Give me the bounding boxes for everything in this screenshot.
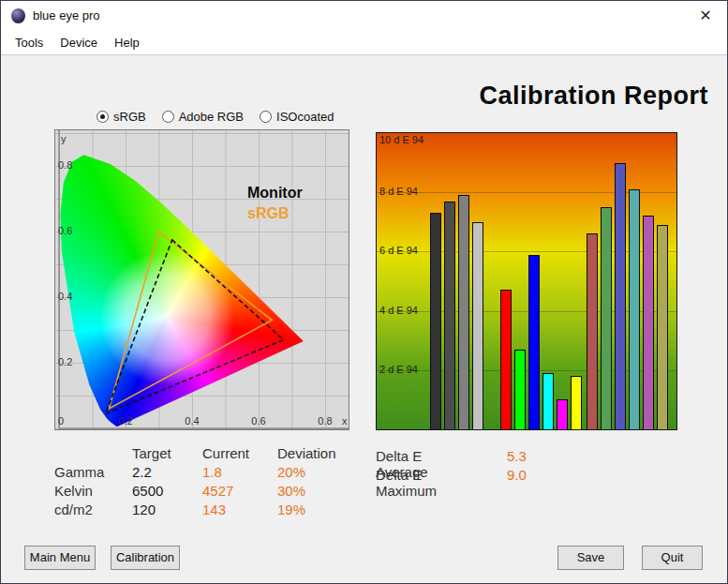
- bar-chart-tick-label: 4 d E 94: [379, 305, 418, 316]
- menu-item-device[interactable]: Device: [52, 32, 106, 53]
- delta-e-bar-chart: 10 d E 948 d E 946 d E 944 d E 942 d E 9…: [376, 132, 677, 430]
- y-tick-label: 0.4: [58, 291, 72, 302]
- column-header-deviation: Deviation: [277, 445, 336, 461]
- radio-srgb[interactable]: sRGB: [97, 110, 146, 124]
- target-value: 120: [132, 502, 156, 517]
- column-header-target: Target: [132, 445, 171, 461]
- bar-muted-cyan: [629, 189, 640, 429]
- y-tick-label: 0.6: [58, 225, 72, 236]
- target-value: 6500: [132, 483, 163, 499]
- row-label: Kelvin: [54, 483, 93, 499]
- colorspace-radio-group: sRGBAdobe RGBISOcoated: [97, 110, 334, 124]
- bar-red: [500, 290, 512, 429]
- deviation-value: 30%: [277, 483, 305, 499]
- table-header-row: TargetCurrentDeviation: [54, 445, 354, 464]
- x-tick-label: 0.2: [118, 415, 132, 427]
- row-label: Gamma: [54, 464, 104, 480]
- radio-circle-icon: [162, 111, 174, 123]
- radio-label: Adobe RGB: [179, 110, 244, 124]
- bar-mid-dark-gray: [444, 202, 455, 429]
- gamut-triangles-svg: [55, 130, 349, 430]
- delta-e-average-value: 5.3: [507, 448, 527, 464]
- radio-label: ISOcoated: [276, 110, 334, 124]
- x-tick-label: 0: [58, 415, 64, 427]
- bar-muted-green: [601, 207, 612, 429]
- menu-item-tools[interactable]: Tools: [7, 32, 52, 53]
- row-label: cd/m2: [54, 502, 93, 517]
- bar-blue: [528, 255, 540, 429]
- bar-muted-yellow: [657, 225, 668, 429]
- deviation-value: 19%: [277, 502, 305, 517]
- y-tick-label: 0.8: [58, 159, 72, 171]
- current-value: 4527: [202, 483, 233, 499]
- table-row: cd/m212014319%: [54, 502, 354, 520]
- x-axis-label: x: [342, 415, 348, 427]
- current-value: 143: [202, 502, 226, 517]
- radio-isocoated[interactable]: ISOcoated: [260, 110, 334, 124]
- save-button[interactable]: Save: [557, 546, 624, 570]
- table-row: Kelvin6500452730%: [54, 483, 354, 502]
- current-value: 1.8: [202, 464, 222, 480]
- legend-srgb: sRGB: [247, 205, 289, 222]
- legend-monitor: Monitor: [247, 185, 303, 202]
- target-value: 2.2: [132, 464, 152, 480]
- close-icon[interactable]: ✕: [696, 7, 715, 24]
- bar-chart-tick-label: 2 d E 94: [379, 364, 418, 375]
- bar-cyan: [542, 373, 554, 429]
- cie-chromaticity-diagram: y x 00.20.40.60.80.20.40.60.8 Monitor sR…: [54, 129, 349, 430]
- bar-yellow: [571, 376, 582, 429]
- radio-circle-icon: [260, 111, 272, 123]
- x-tick-label: 0.8: [318, 415, 332, 427]
- x-tick-label: 0.6: [251, 415, 265, 427]
- bar-chart-tick-label: 8 d E 94: [379, 186, 418, 197]
- quit-button[interactable]: Quit: [642, 546, 703, 570]
- radio-label: sRGB: [113, 110, 146, 124]
- radio-circle-icon: [97, 111, 109, 123]
- bar-muted-magenta: [643, 216, 654, 429]
- title-bar: blue eye pro ✕: [1, 1, 727, 31]
- bar-chart-tick-label: 6 d E 94: [379, 245, 418, 256]
- y-axis-label: y: [61, 133, 67, 144]
- bar-light-gray: [472, 222, 483, 429]
- bar-muted-red: [587, 233, 598, 429]
- main-menu-button[interactable]: Main Menu: [24, 546, 96, 570]
- bar-green: [514, 350, 526, 429]
- column-header-current: Current: [202, 445, 249, 461]
- app-logo-icon: [11, 8, 25, 23]
- calibration-button[interactable]: Calibration: [111, 546, 180, 570]
- measurements-table: TargetCurrentDeviationGamma2.21.820%Kelv…: [54, 445, 354, 520]
- gamut-srgb: [109, 232, 272, 409]
- deviation-value: 20%: [277, 464, 305, 480]
- bar-dark-gray: [430, 213, 441, 429]
- x-tick-label: 0.4: [185, 415, 199, 427]
- delta-e-maximum-label: Delta E Maximum: [376, 467, 437, 499]
- app-window: blue eye pro ✕ ToolsDeviceHelp Calibrati…: [0, 0, 728, 584]
- bar-chart-tick-label: 10 d E 94: [379, 134, 423, 145]
- window-title: blue eye pro: [33, 8, 100, 22]
- delta-e-maximum-value: 9.0: [507, 467, 527, 483]
- bar-magenta: [557, 399, 568, 429]
- page-title: Calibration Report: [479, 82, 708, 111]
- radio-adobe-rgb[interactable]: Adobe RGB: [162, 110, 244, 124]
- menu-item-help[interactable]: Help: [106, 32, 148, 53]
- menu-bar: ToolsDeviceHelp: [1, 31, 727, 55]
- y-tick-label: 0.2: [58, 356, 72, 367]
- bar-muted-blue: [615, 163, 626, 429]
- bar-gray: [458, 195, 469, 429]
- table-row: Gamma2.21.820%: [54, 464, 354, 483]
